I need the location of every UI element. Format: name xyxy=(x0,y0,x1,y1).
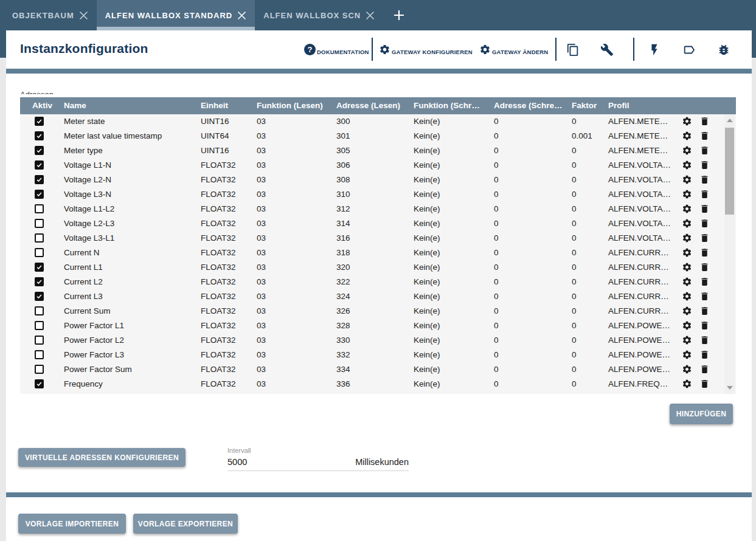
table-cell: Kein(e) xyxy=(414,246,440,260)
row-delete-icon[interactable] xyxy=(699,320,710,333)
row-settings-icon[interactable] xyxy=(682,218,692,231)
scroll-thumb[interactable] xyxy=(725,128,734,215)
row-checkbox[interactable] xyxy=(35,219,44,228)
row-delete-icon[interactable] xyxy=(699,204,710,216)
row-settings-icon[interactable] xyxy=(682,350,692,362)
scroll-up-arrow[interactable] xyxy=(727,119,733,122)
row-settings-icon[interactable] xyxy=(682,306,692,319)
row-delete-icon[interactable] xyxy=(699,116,710,129)
row-settings-icon[interactable] xyxy=(682,335,692,348)
row-delete-icon[interactable] xyxy=(699,174,710,187)
row-settings-icon[interactable] xyxy=(682,379,692,391)
wrench-icon[interactable] xyxy=(600,30,614,69)
table-cell: 0 xyxy=(494,377,499,391)
row-checkbox[interactable] xyxy=(35,350,44,359)
table-cell: 0 xyxy=(494,289,499,304)
vorlage-exportieren-button[interactable]: VORLAGE EXPORTIEREN xyxy=(133,514,238,534)
row-delete-icon[interactable] xyxy=(699,291,710,304)
row-delete-icon[interactable] xyxy=(699,277,710,289)
bug-icon[interactable] xyxy=(717,30,730,69)
row-checkbox[interactable] xyxy=(35,146,44,155)
row-settings-icon[interactable] xyxy=(682,145,692,158)
table-cell: 03 xyxy=(257,362,266,377)
vorlage-importieren-button[interactable]: VORLAGE IMPORTIEREN xyxy=(18,514,126,534)
tab-alfen-wallbox-standard[interactable]: ALFEN WALLBOX STANDARD xyxy=(97,0,255,30)
documentation-button[interactable]: ? DOKUMENTATION xyxy=(304,30,369,69)
close-icon[interactable] xyxy=(237,11,246,20)
copy-icon[interactable] xyxy=(566,30,580,69)
table-row: Current L1FLOAT3203320Kein(e)00ALFEN.CUR… xyxy=(20,260,736,275)
close-icon[interactable] xyxy=(366,11,375,20)
row-settings-icon[interactable] xyxy=(682,277,692,289)
row-delete-icon[interactable] xyxy=(699,350,710,362)
row-settings-icon[interactable] xyxy=(682,131,692,143)
row-checkbox[interactable] xyxy=(35,321,44,330)
row-settings-icon[interactable] xyxy=(682,291,692,304)
row-settings-icon[interactable] xyxy=(682,174,692,187)
row-checkbox[interactable] xyxy=(35,277,44,286)
row-checkbox[interactable] xyxy=(35,160,44,170)
row-delete-icon[interactable] xyxy=(699,218,710,231)
close-icon[interactable] xyxy=(79,11,88,20)
row-delete-icon[interactable] xyxy=(699,145,710,158)
table-cell: 0 xyxy=(494,231,499,246)
toolbar-divider xyxy=(372,38,373,61)
gateway-konfigurieren-button[interactable]: GATEWAY KONFIGURIEREN xyxy=(379,30,473,69)
table-scrollbar[interactable] xyxy=(724,114,735,394)
col-adresse-lesen: Adresse (Lesen) xyxy=(336,97,400,114)
gateway-aendern-button[interactable]: GATEWAY ÄNDERN xyxy=(479,30,548,69)
tag-icon[interactable] xyxy=(682,30,696,69)
table-cell: FLOAT32 xyxy=(201,348,236,362)
row-delete-icon[interactable] xyxy=(699,379,710,391)
row-settings-icon[interactable] xyxy=(682,116,692,129)
row-settings-icon[interactable] xyxy=(682,247,692,260)
row-checkbox[interactable] xyxy=(35,175,44,184)
row-settings-icon[interactable] xyxy=(682,160,692,173)
add-tab-button[interactable] xyxy=(383,0,415,30)
tab-objektbaum[interactable]: OBJEKTBAUM xyxy=(4,0,97,30)
table-cell: ALFEN.VOLTA… xyxy=(608,216,671,231)
row-checkbox[interactable] xyxy=(35,117,44,126)
table-cell: 0 xyxy=(494,202,499,216)
row-delete-icon[interactable] xyxy=(699,233,710,246)
row-settings-icon[interactable] xyxy=(682,364,692,377)
row-settings-icon[interactable] xyxy=(682,262,692,275)
row-checkbox[interactable] xyxy=(35,263,44,272)
row-delete-icon[interactable] xyxy=(699,262,710,275)
row-checkbox[interactable] xyxy=(35,233,44,243)
row-checkbox[interactable] xyxy=(35,204,44,213)
row-checkbox[interactable] xyxy=(35,365,44,374)
row-checkbox[interactable] xyxy=(35,131,44,140)
table-cell: FLOAT32 xyxy=(201,319,236,333)
table-cell: Meter state xyxy=(64,114,105,129)
scroll-down-arrow[interactable] xyxy=(727,386,733,390)
row-delete-icon[interactable] xyxy=(699,306,710,319)
interval-input[interactable]: 5000 Millisekunden xyxy=(227,457,409,471)
row-delete-icon[interactable] xyxy=(699,247,710,260)
row-settings-icon[interactable] xyxy=(682,204,692,216)
row-delete-icon[interactable] xyxy=(699,160,710,173)
row-delete-icon[interactable] xyxy=(699,335,710,348)
hinzufuegen-button[interactable]: HINZUFÜGEN xyxy=(670,404,733,424)
row-checkbox[interactable] xyxy=(35,336,44,345)
table-cell: 03 xyxy=(257,377,266,391)
virtuelle-adressen-button[interactable]: VIRTUELLE ADRESSEN KONFIGURIEREN xyxy=(18,448,186,467)
row-delete-icon[interactable] xyxy=(699,364,710,377)
row-settings-icon[interactable] xyxy=(682,320,692,333)
row-checkbox[interactable] xyxy=(35,248,44,257)
row-settings-icon[interactable] xyxy=(682,189,692,202)
row-delete-icon[interactable] xyxy=(699,131,710,143)
row-settings-icon[interactable] xyxy=(682,233,692,246)
row-delete-icon[interactable] xyxy=(699,189,710,202)
bolt-icon[interactable] xyxy=(648,30,661,69)
row-checkbox[interactable] xyxy=(35,306,44,315)
table-cell: 03 xyxy=(257,216,266,231)
row-checkbox[interactable] xyxy=(35,292,44,301)
table-cell: Kein(e) xyxy=(414,129,440,143)
table-cell: 0 xyxy=(572,275,577,289)
row-checkbox[interactable] xyxy=(35,190,44,199)
table-cell: 0 xyxy=(572,246,577,260)
tab-alfen-wallbox-scn[interactable]: ALFEN WALLBOX SCN xyxy=(255,0,383,30)
table-cell: 0 xyxy=(572,231,577,246)
row-checkbox[interactable] xyxy=(35,379,44,388)
